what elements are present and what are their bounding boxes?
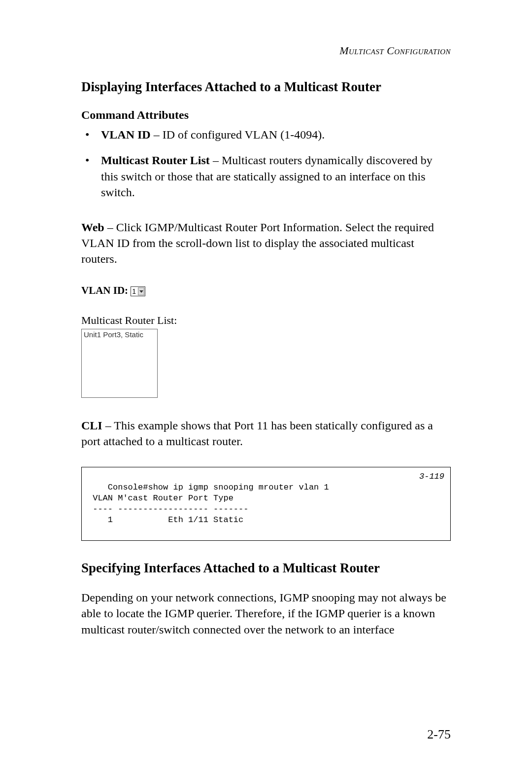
web-label: Web: [81, 221, 104, 234]
cli-output-box: 3-119Console#show ip igmp snooping mrout…: [81, 467, 451, 541]
attr-item-vlan-id: VLAN ID – ID of configured VLAN (1-4094)…: [81, 127, 451, 142]
cli-paragraph: CLI – This example shows that Port 11 ha…: [81, 418, 451, 450]
vlan-id-select[interactable]: 1: [131, 286, 145, 296]
vlan-id-row: VLAN ID: 1: [81, 284, 451, 297]
mrl-listbox[interactable]: Unit1 Port3, Static: [81, 329, 158, 398]
vlan-id-label: VLAN ID:: [81, 284, 128, 296]
vlan-id-value: 1: [132, 287, 136, 295]
cli-label: CLI: [81, 419, 102, 432]
section-title-specify: Specifying Interfaces Attached to a Mult…: [81, 561, 451, 576]
cli-page-ref: 3-119: [419, 471, 444, 482]
cli-text: – This example shows that Port 11 has be…: [81, 419, 433, 448]
cli-output-text: Console#show ip igmp snooping mrouter vl…: [88, 483, 329, 525]
section-title-display: Displaying Interfaces Attached to a Mult…: [81, 79, 451, 95]
chevron-down-icon[interactable]: [138, 287, 144, 295]
attr-item-mrl: Multicast Router List – Multicast router…: [81, 152, 451, 200]
web-ui-screenshot: VLAN ID: 1 Multicast Router List: Unit1 …: [81, 284, 451, 398]
attr-desc-vlan-id: – ID of configured VLAN (1-4094).: [151, 128, 325, 141]
mrl-label: Multicast Router List:: [81, 314, 451, 327]
command-attributes-label: Command Attributes: [81, 108, 451, 122]
section2-body: Depending on your network connections, I…: [81, 590, 451, 637]
attr-name-mrl: Multicast Router List: [101, 154, 210, 167]
attr-name-vlan-id: VLAN ID: [101, 128, 151, 141]
attribute-list: VLAN ID – ID of configured VLAN (1-4094)…: [81, 127, 451, 201]
page-number: 2-75: [427, 727, 451, 742]
mrl-list-item[interactable]: Unit1 Port3, Static: [84, 330, 155, 339]
page: Multicast Configuration Displaying Inter…: [0, 0, 532, 774]
page-header: Multicast Configuration: [81, 44, 451, 57]
web-text: – Click IGMP/Multicast Router Port Infor…: [81, 221, 434, 266]
web-paragraph: Web – Click IGMP/Multicast Router Port I…: [81, 219, 451, 267]
